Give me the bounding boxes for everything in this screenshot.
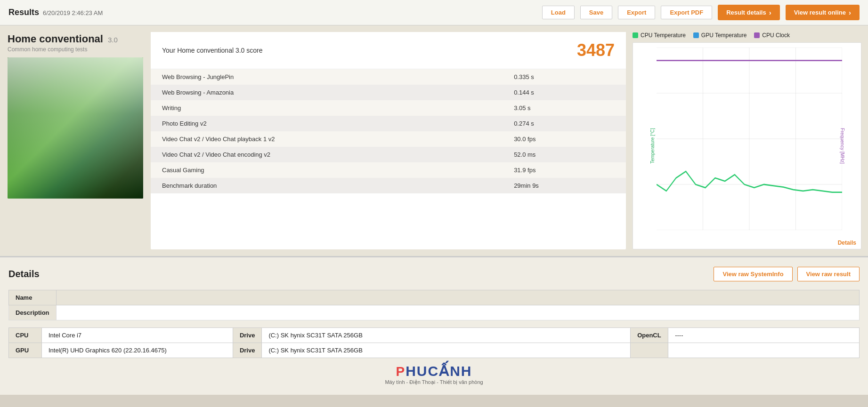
hw-row-cpu: CPU Intel Core i7 Drive (C:) SK hynix SC… bbox=[9, 328, 859, 343]
cpu-value: Intel Core i7 bbox=[42, 328, 233, 343]
watermark-tagline: Máy tính - Điện Thoại - Thiết bị văn phò… bbox=[8, 379, 860, 385]
legend-cpu-clock: CPU Clock bbox=[754, 32, 790, 39]
result-row: Video Chat v2 / Video Chat encoding v252… bbox=[151, 147, 626, 162]
drive-value-1: (C:) SK hynix SC31T SATA 256GB bbox=[262, 328, 631, 343]
result-row: Web Browsing - Amazonia0.144 s bbox=[151, 85, 626, 100]
center-panel: Your Home conventional 3.0 score 3487 We… bbox=[151, 32, 626, 249]
chart-svg: 50 100 0 2000 4000 0:30 1:00 Time [s] bbox=[657, 48, 842, 230]
view-raw-sysinfo-button[interactable]: View raw SystemInfo bbox=[714, 267, 792, 281]
chart-legend: CPU Temperature GPU Temperature CPU Cloc… bbox=[633, 32, 861, 39]
result-value: 30.0 fps bbox=[503, 131, 626, 147]
cpu-temp-color bbox=[633, 32, 638, 38]
cpu-clock-label: CPU Clock bbox=[762, 32, 790, 39]
chevron-right-icon: › bbox=[849, 8, 851, 16]
result-row: Photo Editing v20.274 s bbox=[151, 116, 626, 131]
export-pdf-button[interactable]: Export PDF bbox=[661, 6, 712, 19]
gpu-value: Intel(R) UHD Graphics 620 (22.20.16.4675… bbox=[42, 343, 233, 358]
result-value: 31.9 fps bbox=[503, 162, 626, 178]
result-name: Web Browsing - JunglePin bbox=[151, 69, 503, 85]
benchmark-description: Common home computing tests bbox=[8, 46, 143, 53]
watermark-area: PHUCẤNH Máy tính - Điện Thoại - Thiết bị… bbox=[8, 363, 860, 385]
benchmark-version: 3.0 bbox=[108, 36, 118, 44]
result-row: Casual Gaming31.9 fps bbox=[151, 162, 626, 178]
opencl-label: OpenCL bbox=[631, 328, 668, 343]
gpu-temp-label: GPU Temperature bbox=[701, 32, 747, 39]
result-name: Writing bbox=[151, 100, 503, 116]
result-name: Benchmark duration bbox=[151, 178, 503, 193]
drive-label-1: Drive bbox=[233, 328, 262, 343]
result-row: Benchmark duration29min 9s bbox=[151, 178, 626, 193]
opencl-value: ---- bbox=[668, 328, 859, 343]
legend-cpu-temp: CPU Temperature bbox=[633, 32, 686, 39]
details-actions: View raw SystemInfo View raw result bbox=[714, 267, 860, 281]
result-row: Writing3.05 s bbox=[151, 100, 626, 116]
cpu-temp-label: CPU Temperature bbox=[641, 32, 686, 39]
result-row: Video Chat v2 / Video Chat playback 1 v2… bbox=[151, 131, 626, 147]
description-row: Description bbox=[9, 305, 860, 320]
page-title: Results bbox=[8, 8, 39, 17]
result-date: 6/20/2019 2:46:23 AM bbox=[43, 9, 103, 16]
legend-gpu-temp: GPU Temperature bbox=[693, 32, 747, 39]
drive-value-2: (C:) SK hynix SC31T SATA 256GB bbox=[262, 343, 631, 358]
details-header: Details View raw SystemInfo View raw res… bbox=[8, 267, 860, 281]
watermark-logo: PHUCẤNH bbox=[8, 363, 860, 379]
benchmark-name: Home conventional bbox=[8, 33, 103, 45]
name-value-header bbox=[56, 290, 859, 305]
details-title: Details bbox=[8, 269, 40, 279]
y-axis-right-label: Frequency [MHz] bbox=[839, 128, 844, 164]
lower-section: Details View raw SystemInfo View raw res… bbox=[0, 256, 868, 395]
view-raw-result-button[interactable]: View raw result bbox=[797, 267, 860, 281]
benchmark-name-row: Home conventional 3.0 bbox=[8, 33, 143, 45]
cpu-clock-color bbox=[754, 32, 760, 38]
result-details-button[interactable]: Result details › bbox=[718, 5, 780, 20]
name-header: Name bbox=[9, 290, 57, 305]
score-header: Your Home conventional 3.0 score 3487 bbox=[151, 32, 626, 69]
save-button[interactable]: Save bbox=[580, 6, 612, 19]
result-value: 52.0 ms bbox=[503, 147, 626, 162]
view-result-online-button[interactable]: View result online › bbox=[786, 5, 860, 20]
result-value: 0.335 s bbox=[503, 69, 626, 85]
y-axis-left-label: Temperature [°C] bbox=[650, 128, 655, 164]
score-label: Your Home conventional 3.0 score bbox=[162, 47, 263, 54]
chevron-right-icon: › bbox=[769, 8, 771, 16]
gpu-label: GPU bbox=[9, 343, 42, 358]
result-row: Web Browsing - JunglePin0.335 s bbox=[151, 69, 626, 85]
result-name: Web Browsing - Amazonia bbox=[151, 85, 503, 100]
header-title-group: Results 6/20/2019 2:46:23 AM bbox=[8, 8, 103, 17]
result-value: 3.05 s bbox=[503, 100, 626, 116]
result-value: 0.144 s bbox=[503, 85, 626, 100]
load-button[interactable]: Load bbox=[542, 6, 575, 19]
drive-label-2: Drive bbox=[233, 343, 262, 358]
result-value: 0.274 s bbox=[503, 116, 626, 131]
hardware-table: CPU Intel Core i7 Drive (C:) SK hynix SC… bbox=[8, 327, 860, 358]
cpu-label: CPU bbox=[9, 328, 42, 343]
opencl-value-2 bbox=[668, 343, 859, 358]
export-button[interactable]: Export bbox=[618, 6, 655, 19]
benchmark-image bbox=[8, 57, 143, 199]
gpu-temp-color bbox=[693, 32, 699, 38]
result-name: Video Chat v2 / Video Chat encoding v2 bbox=[151, 147, 503, 162]
description-label: Description bbox=[9, 305, 57, 320]
header: Results 6/20/2019 2:46:23 AM Load Save E… bbox=[0, 0, 868, 25]
chart-container: Temperature [°C] Frequency [MHz] bbox=[633, 42, 861, 249]
main-upper: Home conventional 3.0 Common home comput… bbox=[0, 25, 868, 256]
right-panel: CPU Temperature GPU Temperature CPU Cloc… bbox=[633, 25, 868, 256]
result-name: Video Chat v2 / Video Chat playback 1 v2 bbox=[151, 131, 503, 147]
hw-row-gpu: GPU Intel(R) UHD Graphics 620 (22.20.16.… bbox=[9, 343, 859, 358]
opencl-label-2 bbox=[631, 343, 668, 358]
score-value: 3487 bbox=[577, 40, 615, 60]
left-panel: Home conventional 3.0 Common home comput… bbox=[0, 25, 151, 256]
result-value: 29min 9s bbox=[503, 178, 626, 193]
results-table: Web Browsing - JunglePin0.335 sWeb Brows… bbox=[151, 69, 626, 193]
chart-details-link[interactable]: Details bbox=[838, 239, 856, 246]
description-value bbox=[56, 305, 859, 320]
waterfall-decoration bbox=[8, 57, 143, 199]
result-name: Photo Editing v2 bbox=[151, 116, 503, 131]
details-table: Name Description bbox=[8, 290, 860, 320]
result-name: Casual Gaming bbox=[151, 162, 503, 178]
